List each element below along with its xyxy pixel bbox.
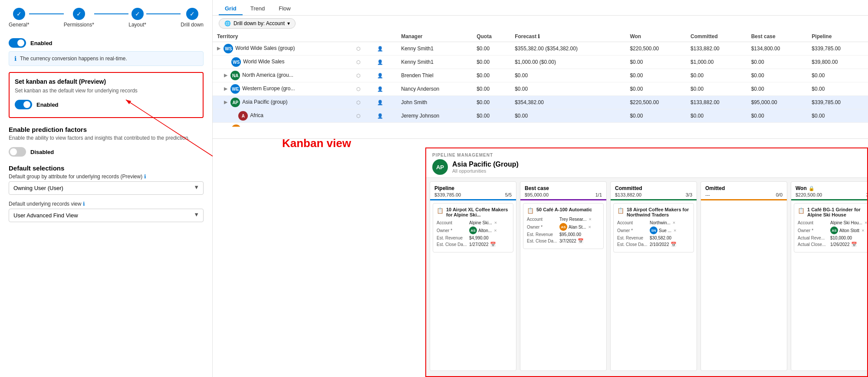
col-amount-pipeline: $339,785.00 5/5 <box>434 192 512 197</box>
card-est-revenue: $4,990.00 <box>469 236 489 240</box>
step-circle-general: ✓ <box>13 8 25 20</box>
step-circle-drilldown: ✓ <box>186 8 198 20</box>
prediction-toggle[interactable] <box>9 147 26 157</box>
kanban-toggle-row: Enabled <box>15 100 197 109</box>
view-dropdown[interactable]: User Advanced Find View All Opportunitie… <box>9 209 204 222</box>
card-title: 📋 50 Café A-100 Automatic <box>527 207 600 214</box>
export-icon[interactable]: ⬡ <box>356 100 361 105</box>
col-header-omitted: Omitted --- 0/0 <box>701 182 787 200</box>
kanban-card[interactable]: 📋 1 Café BG-1 Grinder for Alpine Ski Hou… <box>794 203 867 252</box>
col-title-omitted: Omitted <box>705 185 783 191</box>
prediction-slider <box>9 147 26 157</box>
col-amount-bestcase: $95,000.00 1/1 <box>525 192 602 197</box>
col-bestcase: Best case <box>747 31 808 42</box>
kanban-col-committed: Committed $133,882.00 3/3 📋 18 Airpot Co… <box>610 181 697 371</box>
col-cards-won[interactable]: 📋 1 Café BG-1 Grinder for Alpine Ski Hou… <box>791 200 867 370</box>
kanban-group-subtitle: All opportunities <box>452 168 519 174</box>
col-cards-pipeline[interactable]: 📋 10 Airpot XL Coffee Makers for Alpine … <box>430 200 516 370</box>
step-general[interactable]: ✓ General* <box>9 8 29 28</box>
export-icon[interactable]: ⬡ <box>356 86 361 92</box>
col-won: Won <box>625 31 686 42</box>
step-label-drilldown: Drill down <box>181 22 204 28</box>
card-title: 📋 1 Café BG-1 Grinder for Alpine Ski Hou… <box>798 207 867 217</box>
right-panel: Grid Trend Flow 🌐 Drill down by: Account… <box>213 0 868 377</box>
enabled-toggle-row: Enabled <box>9 38 204 48</box>
card-est-revenue: $30,582.00 <box>650 236 671 240</box>
export-icon[interactable]: ⬡ <box>356 59 361 65</box>
col-cards-bestcase[interactable]: 📋 50 Café A-100 Automatic Account Trey R… <box>520 200 606 370</box>
user-icon[interactable]: 👤 <box>377 46 383 51</box>
kanban-header: PIPELINE MANAGEMENT AP Asia Pacific (Gro… <box>426 148 867 178</box>
table-row: ▶ NANorth America (grou... <box>213 69 352 82</box>
col-header-won: Won🔒 $220,500.00 3/3 <box>791 182 867 200</box>
user-icon[interactable]: 👤 <box>377 59 383 65</box>
card-owner: AS Alton...× <box>469 226 497 234</box>
card-actual-close: 1/26/2022 📅 <box>830 242 857 247</box>
kanban-group-avatar: AP <box>432 159 448 175</box>
table-row: AAfrica <box>213 109 352 123</box>
prediction-toggle-label: Disabled <box>30 149 54 155</box>
view-info-icon: ℹ <box>83 201 85 207</box>
kanban-card[interactable]: 📋 18 Airpot Coffee Makers for Northwind … <box>613 203 694 252</box>
card-account: Northwin...× <box>650 220 675 225</box>
tabs-bar: Grid Trend Flow <box>213 0 868 16</box>
user-icon[interactable]: 👤 <box>377 100 383 105</box>
col-cards-omitted[interactable] <box>701 200 787 370</box>
tab-trend[interactable]: Trend <box>244 3 271 15</box>
group-dropdown[interactable]: Owning User (User) Account Territory <box>9 181 204 195</box>
step-line-1 <box>29 13 63 14</box>
user-icon[interactable]: 👤 <box>377 113 383 118</box>
kanban-card[interactable]: 📋 50 Café A-100 Automatic Account Trey R… <box>523 203 604 249</box>
tab-flow[interactable]: Flow <box>273 3 296 15</box>
col-territory: Territory <box>213 31 352 42</box>
kanban-default-title: Set kanban as default (Preview) <box>15 78 197 85</box>
tab-grid[interactable]: Grid <box>219 3 243 15</box>
col-icons2 <box>373 31 397 42</box>
view-dropdown-container: User Advanced Find View All Opportunitie… <box>9 209 204 222</box>
table-row: ▶ WEWestern Europe (gro... <box>213 82 352 96</box>
col-cards-committed[interactable]: 📋 18 Airpot Coffee Makers for Northwind … <box>611 200 697 370</box>
col-title-won: Won🔒 <box>796 185 867 191</box>
col-amount-omitted: --- 0/0 <box>705 192 783 197</box>
grid-table-container[interactable]: Territory Manager Quota Forecast ℹ Won C… <box>213 31 868 127</box>
kanban-toggle[interactable] <box>15 100 32 109</box>
kanban-group: AP Asia Pacific (Group) All opportunitie… <box>432 159 861 175</box>
enabled-toggle[interactable] <box>9 38 26 48</box>
card-owner: AS Alton Stott× <box>830 226 865 234</box>
card-doc-icon: 📋 <box>617 207 624 214</box>
step-label-general: General* <box>9 22 29 28</box>
col-header-bestcase: Best case $95,000.00 1/1 <box>520 182 606 200</box>
col-title-bestcase: Best case <box>525 185 602 191</box>
drill-btn-label: Drill down by: Account <box>233 20 285 26</box>
drill-down-button[interactable]: 🌐 Drill down by: Account ▾ <box>219 18 296 29</box>
col-amount-won: $220,500.00 3/3 <box>796 192 867 197</box>
kanban-group-title: Asia Pacific (Group) <box>452 161 519 168</box>
col-header-pipeline: Pipeline $339,785.00 5/5 <box>430 182 516 200</box>
kanban-col-won: Won🔒 $220,500.00 3/3 📋 1 Café BG-1 Grind… <box>791 181 867 371</box>
export-icon[interactable]: ⬡ <box>356 73 361 78</box>
step-line-2 <box>94 13 128 14</box>
card-est-close: 3/7/2022 📅 <box>559 238 584 244</box>
col-pipeline: Pipeline <box>807 31 868 42</box>
grid-table: Territory Manager Quota Forecast ℹ Won C… <box>213 31 868 127</box>
kanban-slider <box>15 100 32 109</box>
card-account: Alpine Ski Hou...× <box>830 220 867 225</box>
kanban-col-pipeline: Pipeline $339,785.00 5/5 📋 10 Airpot XL … <box>430 181 516 371</box>
user-icon[interactable]: 👤 <box>377 86 383 92</box>
table-row: SASouth America <box>213 123 352 127</box>
info-message: The currency conversion happens in real-… <box>20 56 127 62</box>
card-account: Trey Resear...× <box>559 216 592 222</box>
user-icon[interactable]: 👤 <box>377 73 383 78</box>
table-row: ▶ WSWorld Wide Sales (group) <box>213 42 352 56</box>
step-layout[interactable]: ✓ Layout* <box>128 8 146 28</box>
kanban-card[interactable]: 📋 10 Airpot XL Coffee Makers for Alpine … <box>433 203 513 252</box>
step-circle-permissions: ✓ <box>73 8 85 20</box>
card-est-revenue: $95,000.00 <box>559 232 581 237</box>
info-box: ℹ The currency conversion happens in rea… <box>9 51 204 66</box>
export-icon[interactable]: ⬡ <box>356 113 361 118</box>
step-permissions[interactable]: ✓ Permissions* <box>64 8 94 28</box>
kanban-columns: Pipeline $339,785.00 5/5 📋 10 Airpot XL … <box>426 178 867 371</box>
step-drilldown[interactable]: ✓ Drill down <box>181 8 204 28</box>
stepper: ✓ General* ✓ Permissions* ✓ Layout* ✓ Dr… <box>9 0 204 32</box>
export-icon[interactable]: ⬡ <box>356 46 361 51</box>
